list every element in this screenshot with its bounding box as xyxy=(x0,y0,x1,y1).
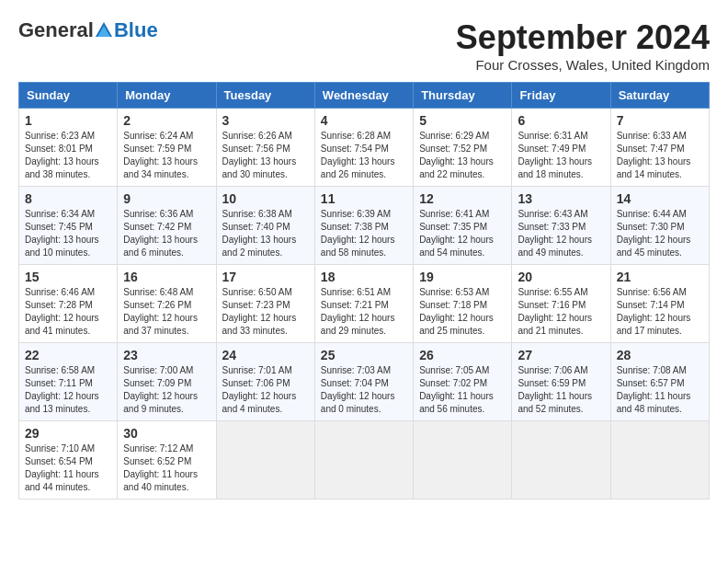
day-cell xyxy=(314,421,413,500)
day-info: Sunrise: 6:36 AM Sunset: 7:42 PM Dayligh… xyxy=(123,208,210,259)
day-number: 7 xyxy=(617,113,703,128)
day-cell: 20 Sunrise: 6:55 AM Sunset: 7:16 PM Dayl… xyxy=(512,265,610,343)
day-number: 12 xyxy=(419,191,506,206)
calendar: SundayMondayTuesdayWednesdayThursdayFrid… xyxy=(18,82,710,500)
day-cell: 15 Sunrise: 6:46 AM Sunset: 7:28 PM Dayl… xyxy=(19,265,118,343)
day-cell: 24 Sunrise: 7:01 AM Sunset: 7:06 PM Dayl… xyxy=(216,343,314,421)
day-info: Sunrise: 6:55 AM Sunset: 7:16 PM Dayligh… xyxy=(518,286,604,338)
day-info: Sunrise: 6:51 AM Sunset: 7:21 PM Dayligh… xyxy=(321,286,407,338)
day-info: Sunrise: 7:00 AM Sunset: 7:09 PM Dayligh… xyxy=(123,364,210,416)
day-number: 14 xyxy=(617,191,703,206)
day-info: Sunrise: 6:58 AM Sunset: 7:11 PM Dayligh… xyxy=(25,364,111,416)
dow-header-tuesday: Tuesday xyxy=(216,83,314,109)
day-cell: 3 Sunrise: 6:26 AM Sunset: 7:56 PM Dayli… xyxy=(216,109,314,187)
day-cell: 17 Sunrise: 6:50 AM Sunset: 7:23 PM Dayl… xyxy=(216,265,314,343)
day-cell xyxy=(216,421,314,500)
logo: General Blue xyxy=(18,18,158,42)
day-number: 15 xyxy=(25,270,111,284)
day-number: 25 xyxy=(321,348,407,362)
day-cell: 12 Sunrise: 6:41 AM Sunset: 7:35 PM Dayl… xyxy=(414,187,512,265)
day-info: Sunrise: 6:28 AM Sunset: 7:54 PM Dayligh… xyxy=(321,130,407,181)
day-number: 2 xyxy=(123,113,210,128)
day-cell: 9 Sunrise: 6:36 AM Sunset: 7:42 PM Dayli… xyxy=(118,187,216,265)
dow-header-friday: Friday xyxy=(512,83,610,109)
day-number: 27 xyxy=(518,348,604,362)
day-cell xyxy=(414,421,512,500)
week-row-5: 29 Sunrise: 7:10 AM Sunset: 6:54 PM Dayl… xyxy=(19,421,710,500)
day-number: 9 xyxy=(123,191,210,206)
day-number: 1 xyxy=(25,113,111,128)
logo-general: General xyxy=(18,18,94,42)
day-cell: 23 Sunrise: 7:00 AM Sunset: 7:09 PM Dayl… xyxy=(118,343,216,421)
day-info: Sunrise: 6:31 AM Sunset: 7:49 PM Dayligh… xyxy=(518,130,604,181)
day-cell: 19 Sunrise: 6:53 AM Sunset: 7:18 PM Dayl… xyxy=(414,265,512,343)
days-of-week-row: SundayMondayTuesdayWednesdayThursdayFrid… xyxy=(19,83,710,109)
day-number: 11 xyxy=(321,191,407,206)
day-number: 21 xyxy=(617,270,703,284)
day-number: 20 xyxy=(518,270,604,284)
week-row-2: 8 Sunrise: 6:34 AM Sunset: 7:45 PM Dayli… xyxy=(19,187,710,265)
day-cell: 11 Sunrise: 6:39 AM Sunset: 7:38 PM Dayl… xyxy=(314,187,413,265)
day-cell: 14 Sunrise: 6:44 AM Sunset: 7:30 PM Dayl… xyxy=(610,187,709,265)
day-number: 30 xyxy=(123,426,210,441)
day-number: 16 xyxy=(123,270,210,284)
day-info: Sunrise: 7:03 AM Sunset: 7:04 PM Dayligh… xyxy=(321,364,407,416)
day-cell: 7 Sunrise: 6:33 AM Sunset: 7:47 PM Dayli… xyxy=(610,109,709,187)
day-info: Sunrise: 7:06 AM Sunset: 6:59 PM Dayligh… xyxy=(518,364,604,416)
day-info: Sunrise: 7:01 AM Sunset: 7:06 PM Dayligh… xyxy=(222,364,309,416)
day-number: 26 xyxy=(419,348,506,362)
day-info: Sunrise: 7:08 AM Sunset: 6:57 PM Dayligh… xyxy=(617,364,703,416)
day-cell: 5 Sunrise: 6:29 AM Sunset: 7:52 PM Dayli… xyxy=(414,109,512,187)
day-info: Sunrise: 6:43 AM Sunset: 7:33 PM Dayligh… xyxy=(518,208,604,259)
day-cell: 2 Sunrise: 6:24 AM Sunset: 7:59 PM Dayli… xyxy=(118,109,216,187)
day-cell: 28 Sunrise: 7:08 AM Sunset: 6:57 PM Dayl… xyxy=(610,343,709,421)
day-info: Sunrise: 6:46 AM Sunset: 7:28 PM Dayligh… xyxy=(25,286,111,338)
day-number: 3 xyxy=(222,113,309,128)
dow-header-monday: Monday xyxy=(118,83,216,109)
day-cell xyxy=(512,421,610,500)
day-cell: 18 Sunrise: 6:51 AM Sunset: 7:21 PM Dayl… xyxy=(314,265,413,343)
day-info: Sunrise: 6:33 AM Sunset: 7:47 PM Dayligh… xyxy=(617,130,703,181)
dow-header-thursday: Thursday xyxy=(414,83,512,109)
header: General Blue September 2024 Four Crosses… xyxy=(18,18,710,73)
day-cell: 26 Sunrise: 7:05 AM Sunset: 7:02 PM Dayl… xyxy=(414,343,512,421)
day-cell: 8 Sunrise: 6:34 AM Sunset: 7:45 PM Dayli… xyxy=(19,187,118,265)
day-cell: 30 Sunrise: 7:12 AM Sunset: 6:52 PM Dayl… xyxy=(118,421,216,500)
day-info: Sunrise: 6:41 AM Sunset: 7:35 PM Dayligh… xyxy=(419,208,506,259)
location: Four Crosses, Wales, United Kingdom xyxy=(456,57,710,73)
day-number: 22 xyxy=(25,348,111,362)
day-number: 24 xyxy=(222,348,309,362)
day-cell: 22 Sunrise: 6:58 AM Sunset: 7:11 PM Dayl… xyxy=(19,343,118,421)
day-number: 6 xyxy=(518,113,604,128)
day-cell: 25 Sunrise: 7:03 AM Sunset: 7:04 PM Dayl… xyxy=(314,343,413,421)
day-number: 8 xyxy=(25,191,111,206)
day-cell xyxy=(610,421,709,500)
day-info: Sunrise: 6:44 AM Sunset: 7:30 PM Dayligh… xyxy=(617,208,703,259)
dow-header-sunday: Sunday xyxy=(19,83,118,109)
day-info: Sunrise: 6:38 AM Sunset: 7:40 PM Dayligh… xyxy=(222,208,309,259)
day-cell: 1 Sunrise: 6:23 AM Sunset: 8:01 PM Dayli… xyxy=(19,109,118,187)
day-cell: 29 Sunrise: 7:10 AM Sunset: 6:54 PM Dayl… xyxy=(19,421,118,500)
day-cell: 16 Sunrise: 6:48 AM Sunset: 7:26 PM Dayl… xyxy=(118,265,216,343)
month-title: September 2024 xyxy=(456,18,710,57)
day-number: 18 xyxy=(321,270,407,284)
day-cell: 6 Sunrise: 6:31 AM Sunset: 7:49 PM Dayli… xyxy=(512,109,610,187)
day-number: 4 xyxy=(321,113,407,128)
week-row-1: 1 Sunrise: 6:23 AM Sunset: 8:01 PM Dayli… xyxy=(19,109,710,187)
dow-header-wednesday: Wednesday xyxy=(314,83,413,109)
day-number: 17 xyxy=(222,270,309,284)
day-info: Sunrise: 6:56 AM Sunset: 7:14 PM Dayligh… xyxy=(617,286,703,338)
dow-header-saturday: Saturday xyxy=(610,83,709,109)
day-cell: 13 Sunrise: 6:43 AM Sunset: 7:33 PM Dayl… xyxy=(512,187,610,265)
day-info: Sunrise: 7:10 AM Sunset: 6:54 PM Dayligh… xyxy=(25,442,111,494)
day-info: Sunrise: 6:29 AM Sunset: 7:52 PM Dayligh… xyxy=(419,130,506,181)
week-row-4: 22 Sunrise: 6:58 AM Sunset: 7:11 PM Dayl… xyxy=(19,343,710,421)
day-cell: 27 Sunrise: 7:06 AM Sunset: 6:59 PM Dayl… xyxy=(512,343,610,421)
day-cell: 21 Sunrise: 6:56 AM Sunset: 7:14 PM Dayl… xyxy=(610,265,709,343)
day-number: 5 xyxy=(419,113,506,128)
day-number: 19 xyxy=(419,270,506,284)
day-info: Sunrise: 6:34 AM Sunset: 7:45 PM Dayligh… xyxy=(25,208,111,259)
day-info: Sunrise: 7:12 AM Sunset: 6:52 PM Dayligh… xyxy=(123,442,210,494)
logo-blue: Blue xyxy=(114,18,158,42)
day-number: 29 xyxy=(25,426,111,441)
